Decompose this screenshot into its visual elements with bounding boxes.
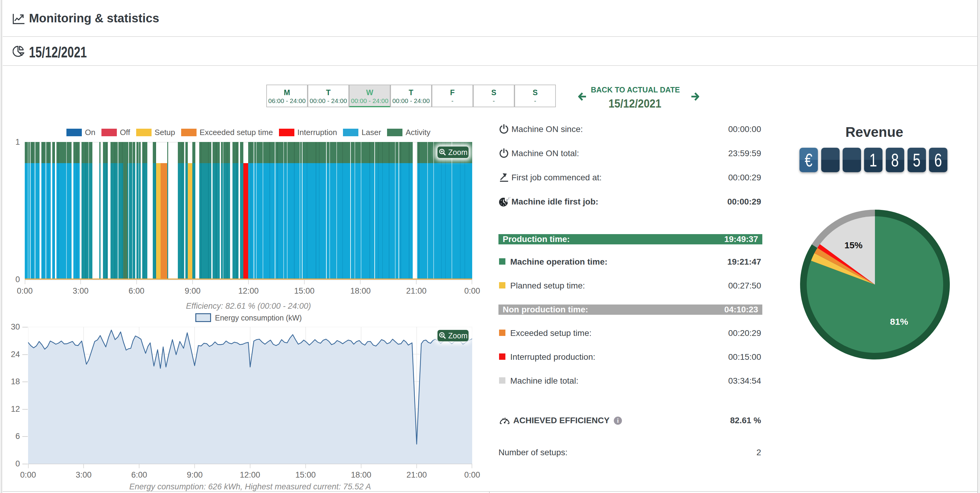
svg-text:z: z: [510, 196, 511, 199]
svg-text:81%: 81%: [890, 317, 908, 327]
svg-text:15%: 15%: [845, 240, 862, 250]
